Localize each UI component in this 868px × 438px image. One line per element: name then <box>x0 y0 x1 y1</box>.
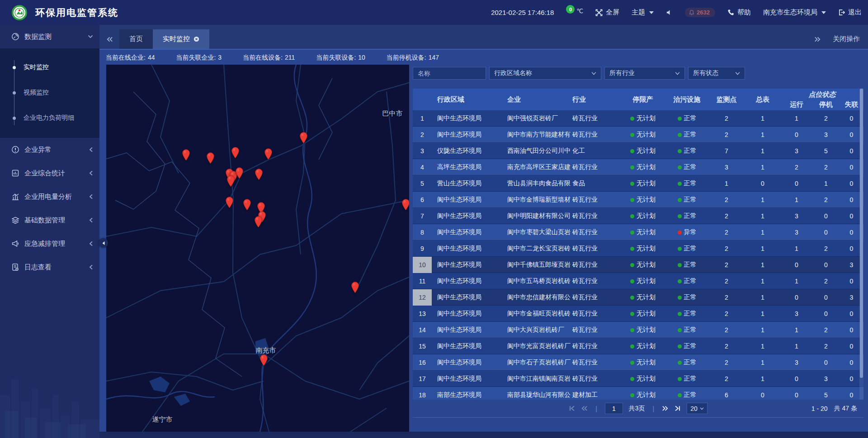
map-pin[interactable] <box>231 146 240 159</box>
cell-industry: 砖瓦行业 <box>571 358 620 367</box>
region-filter-value: 行政区域名称 <box>494 69 532 77</box>
stat-value: 44 <box>148 54 155 61</box>
cell-points: 2 <box>708 278 745 285</box>
sidebar-subitem-实时监控[interactable]: 实时监控 <box>0 55 99 80</box>
scrollbar-thumb[interactable] <box>860 89 863 378</box>
facility-status-label: 异常 <box>684 228 697 236</box>
status-dot-icon <box>678 149 682 153</box>
cell-industry: 砖瓦行业 <box>571 261 620 269</box>
fullscreen-button[interactable]: 全屏 <box>595 8 619 17</box>
help-button[interactable]: 帮助 <box>727 8 751 17</box>
facility-status-label: 正常 <box>684 196 697 204</box>
cell-enterprise: 阆中市五马桥页岩机砖 <box>495 277 571 285</box>
table-row[interactable]: 11阆中生态环境局阆中市五马桥页岩机砖砖瓦行业无计划正常21120 <box>413 273 863 289</box>
sidebar-item-企业综合统计[interactable]: 企业综合统计 <box>0 161 99 185</box>
table-row[interactable]: 17阆中生态环境局阆中市江南镇阆南页岩砖瓦行业无计划正常21030 <box>413 371 863 387</box>
cell-region: 阆中生态环境局 <box>432 228 495 236</box>
map-pin[interactable] <box>299 132 308 144</box>
prev-page-button[interactable] <box>581 405 588 411</box>
first-page-button[interactable] <box>569 405 575 411</box>
page-number-input[interactable] <box>605 403 623 414</box>
industry-filter-select[interactable]: 所有行业 <box>604 67 685 80</box>
chevron-down-icon <box>649 11 654 14</box>
tabs-scroll-left-button[interactable] <box>99 29 119 49</box>
cell-running: 0 <box>781 294 812 301</box>
last-page-button[interactable] <box>675 405 681 411</box>
cell-industry: 化工 <box>571 147 620 155</box>
table-row[interactable]: 4高坪生态环境局南充市高坪区王家店建砖瓦行业无计划正常31220 <box>413 159 863 175</box>
cell-industry: 砖瓦行业 <box>571 228 620 236</box>
cell-stopped: 2 <box>812 343 840 350</box>
cell-points: 2 <box>708 310 745 317</box>
map-pin[interactable] <box>351 281 359 293</box>
table-row[interactable]: 15阆中生态环境局阆中市光富页岩机砖厂砖瓦行业无计划正常21120 <box>413 338 863 354</box>
table-row[interactable]: 3仪陇生态环境局西南油气田分公司川中化工无计划正常71350 <box>413 143 863 159</box>
tab-close-icon[interactable] <box>193 36 199 42</box>
map-pin[interactable] <box>401 198 409 211</box>
map-pin[interactable] <box>254 216 263 228</box>
city-label-南充市: 南充市 <box>256 346 276 355</box>
sidebar-item-数据监测[interactable]: 数据监测 <box>0 25 99 48</box>
status-dot-icon <box>678 165 682 170</box>
sidebar-subitem-视频监控[interactable]: 视频监控 <box>0 80 99 105</box>
map-pin[interactable] <box>182 149 190 161</box>
logout-button[interactable]: 退出 <box>838 8 862 17</box>
table-row[interactable]: 2阆中生态环境局阆中市南方节能建材有砖瓦行业无计划正常21030 <box>413 127 863 143</box>
status-dot-icon <box>630 312 634 316</box>
cell-industry: 食品 <box>571 179 620 188</box>
tabs-scroll-right-button[interactable] <box>814 29 821 49</box>
table-row[interactable]: 6阆中生态环境局阆中市金博瑞新型墙材砖瓦行业无计划正常21120 <box>413 192 863 208</box>
map-pin[interactable] <box>206 152 215 164</box>
table-row[interactable]: 5营山生态环境局营山县润丰肉食品有限食品无计划正常10010 <box>413 175 863 192</box>
map-pin[interactable] <box>243 198 251 211</box>
org-menu-button[interactable]: 南充市生态环境局 <box>763 8 826 17</box>
sidebar-subitem-企业电力负荷明细[interactable]: 企业电力负荷明细 <box>0 105 99 131</box>
tab-首页[interactable]: 首页 <box>119 29 153 49</box>
map-pin[interactable] <box>226 175 235 187</box>
region-filter-select[interactable]: 行政区域名称 <box>489 67 601 80</box>
map-pin[interactable] <box>235 167 244 179</box>
sidebar-collapse-button[interactable] <box>99 238 108 248</box>
chevron-down-icon <box>88 35 93 38</box>
map-pin[interactable] <box>264 148 273 160</box>
status-dot-icon <box>630 344 634 349</box>
map-pin[interactable] <box>225 196 234 208</box>
cell-points: 2 <box>708 196 745 203</box>
sidebar-item-企业用电量分析[interactable]: 企业用电量分析 <box>0 185 99 208</box>
table-row[interactable]: 14阆中生态环境局阆中大兴页岩机砖厂砖瓦行业无计划正常21120 <box>413 322 863 338</box>
notification-button[interactable]: 2632 <box>685 8 715 17</box>
cell-industry: 砖瓦行业 <box>571 245 620 253</box>
temperature-unit: ℃ <box>576 8 583 14</box>
table-row[interactable]: 13阆中生态环境局阆中市金福旺页岩机砖砖瓦行业无计划正常21300 <box>413 306 863 322</box>
table-row[interactable]: 1阆中生态环境局阆中强锐页岩砖厂砖瓦行业无计划正常21120 <box>413 110 863 127</box>
next-page-button[interactable] <box>662 405 669 411</box>
theme-button[interactable]: 主题 <box>632 8 654 17</box>
production-status-label: 无计划 <box>637 326 656 334</box>
sidebar-item-日志查看[interactable]: 日志查看 <box>0 255 99 279</box>
table-row[interactable]: 12阆中生态环境局阆中市忠信建材有限公砖瓦行业无计划正常21003 <box>413 289 863 306</box>
status-dot-icon <box>678 279 682 283</box>
cell-seq: 11 <box>413 273 432 289</box>
map-pin[interactable] <box>255 168 263 180</box>
cell-points: 2 <box>708 261 745 268</box>
name-filter-input[interactable] <box>418 70 481 77</box>
table-row[interactable]: 16阆中生态环境局阆中市石子页岩机砖厂砖瓦行业无计划正常21300 <box>413 354 863 371</box>
sidebar-item-企业异常[interactable]: 企业异常 <box>0 138 99 161</box>
close-operations-button[interactable]: 关闭操作 <box>833 35 860 43</box>
table-row[interactable]: 18南部生态环境局南部县珑华山河有限公建材加工无计划正常60050 <box>413 387 863 400</box>
sidebar-item-基础数据管理[interactable]: 基础数据管理 <box>0 208 99 232</box>
table-row[interactable]: 9阆中生态环境局阆中市二龙长宝页岩砖砖瓦行业无计划正常21120 <box>413 240 863 257</box>
page-size-select[interactable]: 20 <box>687 403 708 414</box>
table-row[interactable]: 7阆中生态环境局阆中明阳建材有限公司砖瓦行业无计划正常21300 <box>413 208 863 224</box>
map-panel: 巴中市南充市遂宁市 <box>106 65 409 432</box>
sidebar-item-应急减排管理[interactable]: 应急减排管理 <box>0 232 99 255</box>
table-row[interactable]: 8阆中生态环境局阆中市枣碧大梁山页岩砖瓦行业无计划异常21300 <box>413 224 863 240</box>
pager-summary: 1 - 20 共 47 条 <box>811 400 857 418</box>
tab-实时监控[interactable]: 实时监控 <box>153 29 209 49</box>
map-pin[interactable] <box>259 354 268 366</box>
status-filter-select[interactable]: 所有状态 <box>688 67 745 80</box>
cell-seq: 6 <box>413 192 432 208</box>
speaker-button[interactable] <box>666 9 673 16</box>
cell-running: 0 <box>781 391 812 399</box>
table-row[interactable]: 10阆中生态环境局阆中千佛镇五郎垭页岩砖瓦行业无计划正常21003 <box>413 257 863 273</box>
